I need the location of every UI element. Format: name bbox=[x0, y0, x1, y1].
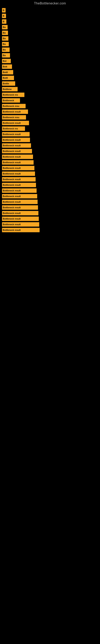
bar-label: Bottleneck result bbox=[3, 212, 21, 214]
bar-label: Bottleneck res bbox=[3, 128, 18, 130]
bar-row: B bbox=[2, 8, 100, 12]
bar-row: Bottleneck result bbox=[2, 160, 100, 164]
bar-item: Bottle bbox=[2, 81, 15, 86]
bar-label: Bottleneck result bbox=[3, 139, 21, 141]
bar-label: Bottleneck result bbox=[3, 122, 21, 124]
bar-label: Bo bbox=[3, 43, 6, 45]
bar-row: B bbox=[2, 19, 100, 24]
bar-item: Bot bbox=[2, 59, 11, 63]
bar-item: Bott bbox=[2, 64, 12, 69]
bar-item: Bottl bbox=[2, 70, 13, 74]
bar-label: Bottleneck result bbox=[3, 133, 21, 136]
bar-item: Bottleneck result bbox=[2, 205, 38, 210]
bar-row: Bottleneck res bbox=[2, 126, 100, 131]
bar-label: Bottleneck result bbox=[3, 150, 21, 152]
bar-label: Bottleneck result bbox=[3, 223, 21, 226]
bar-item: B bbox=[2, 14, 6, 18]
bar-label: Bo bbox=[3, 37, 6, 40]
bar-row: Bo bbox=[2, 25, 100, 30]
bar-row: Bottleneck result bbox=[2, 188, 100, 193]
bar-row: Bo bbox=[2, 53, 100, 58]
bar-item: Bottleneck result bbox=[2, 138, 30, 142]
bar-row: Bottleneck result bbox=[2, 166, 100, 170]
bar-row: B bbox=[2, 14, 100, 18]
bar-item: Bottleneck result bbox=[2, 160, 34, 164]
bar-item: Bottleneck resu bbox=[2, 115, 26, 120]
bar-label: Bo bbox=[3, 32, 6, 34]
bar-row: Bottleneck result bbox=[2, 200, 100, 204]
bar-item: Bo bbox=[2, 42, 9, 46]
bar-row: Bottl bbox=[2, 76, 100, 80]
bar-row: Bottleneck result bbox=[2, 121, 100, 125]
bar-item: Bottleneck result bbox=[2, 228, 40, 232]
bar-row: Bottleneck result bbox=[2, 194, 100, 198]
bar-row: Bottleneck result bbox=[2, 205, 100, 210]
bar-item: Bottleneck res bbox=[2, 126, 25, 131]
bar-row: Bottleneck result bbox=[2, 183, 100, 187]
bar-label: Bottleneck result bbox=[3, 178, 21, 180]
bar-row: Bottleneck resu bbox=[2, 115, 100, 120]
bar-item: Bottleneck result bbox=[2, 211, 38, 215]
bar-label: Bottleneck result bbox=[3, 161, 21, 164]
bar-item: Bottleneck result bbox=[2, 222, 39, 226]
bar-item: B bbox=[2, 19, 6, 24]
bar-label: Bottle bbox=[3, 82, 9, 85]
bar-item: B bbox=[2, 8, 6, 12]
bar-label: B bbox=[3, 20, 4, 23]
bar-label: Bottlene bbox=[3, 88, 12, 90]
bar-label: Bo bbox=[3, 48, 6, 51]
bar-row: Bottleneck result bbox=[2, 211, 100, 215]
bar-item: Bottleneck result bbox=[2, 154, 33, 159]
bar-row: Bottl bbox=[2, 70, 100, 74]
bar-row: Bottlene bbox=[2, 87, 100, 91]
bar-row: Bot bbox=[2, 59, 100, 63]
bar-label: Bo bbox=[3, 54, 6, 56]
bar-item: Bottleneck result bbox=[2, 110, 28, 114]
bar-label: Bot bbox=[3, 60, 6, 62]
bar-item: Bottleneck result bbox=[2, 194, 37, 198]
bar-label: Bottleneck result bbox=[3, 184, 21, 186]
bar-item: Bottleneck result bbox=[2, 200, 38, 204]
bar-label: Bott bbox=[3, 66, 7, 68]
bar-row: Bottleneck result bbox=[2, 222, 100, 226]
bar-label: Bottleneck result bbox=[3, 172, 21, 175]
bar-row: Bottleneck result bbox=[2, 228, 100, 232]
bar-item: Bo bbox=[2, 30, 8, 35]
bar-row: Bo bbox=[2, 48, 100, 52]
bar-row: Bott bbox=[2, 64, 100, 69]
bar-item: Bottleneck result bbox=[2, 132, 30, 136]
bar-row: Bottleneck result bbox=[2, 143, 100, 148]
bar-row: Bottleneck result bbox=[2, 154, 100, 159]
bar-label: Bottleneck result bbox=[3, 201, 21, 203]
bar-row: Bo bbox=[2, 42, 100, 46]
bar-label: Bo bbox=[3, 26, 6, 28]
bar-label: Bottleneck result bbox=[3, 195, 21, 198]
bar-label: Bottleneck resu bbox=[3, 105, 19, 107]
bar-item: Bottleneck result bbox=[2, 149, 32, 153]
bar-row: Bottle bbox=[2, 81, 100, 86]
bar-label: Bottleneck result bbox=[3, 218, 21, 220]
bar-item: Bottleneck resu bbox=[2, 104, 26, 108]
bar-row: Bottleneck result bbox=[2, 149, 100, 153]
bar-item: Bottleneck bbox=[2, 98, 20, 103]
bar-row: Bottleneck result bbox=[2, 216, 100, 221]
bar-item: Bottleneck result bbox=[2, 177, 36, 182]
bar-label: Bottleneck result bbox=[3, 206, 21, 209]
bar-row: Bottleneck result bbox=[2, 177, 100, 182]
bar-item: Bo bbox=[2, 48, 10, 52]
bar-label: B bbox=[3, 15, 4, 17]
bar-row: Bottleneck bbox=[2, 98, 100, 103]
bar-row: Bo bbox=[2, 36, 100, 41]
bar-row: Bottleneck result bbox=[2, 132, 100, 136]
bar-row: Bottleneck result bbox=[2, 138, 100, 142]
bar-item: Bottleneck result bbox=[2, 166, 34, 170]
bar-label: Bottleneck result bbox=[3, 190, 21, 192]
bar-item: Bottl bbox=[2, 76, 14, 80]
bar-label: Bottleneck result bbox=[3, 144, 21, 147]
bar-item: Bottleneck result bbox=[2, 188, 37, 193]
bar-item: Bo bbox=[2, 53, 10, 58]
bar-item: Bottleneck res bbox=[2, 92, 24, 97]
site-title: TheBottlenecker.com bbox=[0, 0, 100, 6]
bar-label: Bottleneck result bbox=[3, 167, 21, 169]
bar-label: Bottl bbox=[3, 71, 8, 74]
